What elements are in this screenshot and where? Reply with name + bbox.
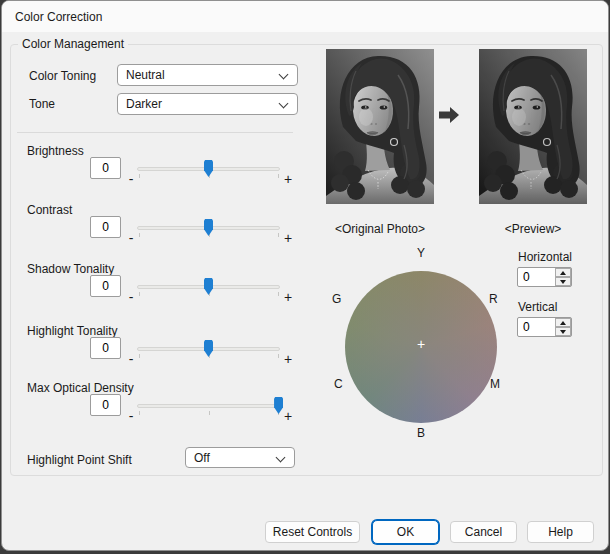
max-optical-density-value-input[interactable] [90, 394, 121, 416]
vertical-spin-down-button[interactable] [555, 327, 571, 336]
plus-label: + [282, 352, 294, 366]
slider-tick [278, 174, 279, 178]
slider-tick [139, 292, 140, 296]
highlight-point-shift-select[interactable]: Off [185, 447, 295, 468]
wheel-label-yellow: Y [415, 246, 427, 260]
horizontal-label: Horizontal [518, 250, 572, 264]
separator [17, 132, 293, 133]
max-optical-density-slider[interactable] [137, 395, 280, 417]
preview-caption: <Preview> [479, 222, 587, 236]
contrast-label: Contrast [27, 203, 72, 217]
window-title: Color Correction [15, 10, 102, 24]
highlight-tonality-label: Highlight Tonality [27, 324, 118, 338]
slider-track[interactable] [137, 404, 280, 408]
reset-controls-button[interactable]: Reset Controls [265, 521, 360, 543]
down-arrow-icon [560, 280, 566, 284]
slider-tick [278, 233, 279, 237]
contrast-value-input[interactable] [90, 216, 121, 238]
arrow-right-icon [439, 106, 459, 124]
slider-tick [139, 174, 140, 178]
help-button[interactable]: Help [527, 521, 594, 543]
highlight-tonality-value-input[interactable] [90, 337, 121, 359]
wheel-label-red: R [489, 292, 498, 306]
tone-value: Darker [126, 97, 162, 111]
chevron-down-icon [279, 99, 289, 109]
minus-label: - [126, 409, 136, 423]
shadow-tonality-row: Shadow Tonality - + [27, 262, 307, 318]
up-arrow-icon [560, 321, 566, 325]
shadow-tonality-label: Shadow Tonality [27, 262, 114, 276]
horizontal-spinner [517, 267, 572, 287]
down-arrow-icon [560, 330, 566, 334]
contrast-slider[interactable] [137, 217, 280, 239]
minus-label: - [126, 290, 136, 304]
plus-label: + [282, 172, 294, 186]
wheel-label-magenta: M [490, 377, 500, 391]
brightness-slider[interactable] [137, 158, 280, 180]
slider-tick [209, 411, 210, 415]
vertical-label: Vertical [518, 300, 557, 314]
color-correction-dialog: Color Correction Color Management Color … [1, 0, 609, 551]
horizontal-spin-up-button[interactable] [555, 268, 571, 277]
ok-button[interactable]: OK [372, 520, 439, 544]
vertical-value-input[interactable] [518, 318, 555, 336]
plus-label: + [282, 409, 294, 423]
wheel-center-marker: + [414, 337, 428, 351]
brightness-label: Brightness [27, 144, 84, 158]
brightness-value-input[interactable] [90, 157, 121, 179]
up-arrow-icon [560, 271, 566, 275]
chevron-down-icon [276, 453, 286, 463]
horizontal-value-input[interactable] [518, 268, 555, 286]
original-photo-caption: <Original Photo> [326, 222, 434, 236]
highlight-point-shift-value: Off [194, 451, 210, 465]
vertical-spin-up-button[interactable] [555, 318, 571, 327]
highlight-tonality-slider[interactable] [137, 338, 280, 360]
slider-tick [278, 354, 279, 358]
tone-select[interactable]: Darker [117, 93, 298, 115]
slider-thumb[interactable] [204, 160, 213, 177]
highlight-tonality-row: Highlight Tonality - + [27, 324, 307, 380]
contrast-row: Contrast - + [27, 203, 307, 259]
brightness-row: Brightness - + [27, 144, 307, 200]
plus-label: + [282, 231, 294, 245]
minus-label: - [126, 172, 136, 186]
color-toning-value: Neutral [126, 68, 165, 82]
color-toning-select[interactable]: Neutral [117, 64, 298, 86]
cancel-button[interactable]: Cancel [450, 521, 517, 543]
slider-tick [139, 354, 140, 358]
wheel-label-green: G [332, 292, 341, 306]
chevron-down-icon [279, 70, 289, 80]
horizontal-spin-down-button[interactable] [555, 277, 571, 286]
minus-label: - [126, 231, 136, 245]
shadow-tonality-slider[interactable] [137, 276, 280, 298]
highlight-point-shift-label: Highlight Point Shift [27, 453, 132, 467]
color-toning-label: Color Toning [29, 69, 96, 83]
slider-tick [278, 292, 279, 296]
original-photo [326, 49, 434, 204]
slider-thumb[interactable] [204, 219, 213, 236]
preview-photo [479, 49, 587, 204]
wheel-label-cyan: C [334, 377, 343, 391]
plus-label: + [282, 290, 294, 304]
slider-thumb[interactable] [204, 340, 213, 357]
max-optical-density-label: Max Optical Density [27, 381, 134, 395]
wheel-label-blue: B [415, 426, 427, 440]
slider-thumb[interactable] [204, 278, 213, 295]
group-title: Color Management [18, 37, 128, 51]
titlebar: Color Correction [2, 1, 608, 32]
minus-label: - [126, 352, 136, 366]
slider-tick [139, 233, 140, 237]
tone-label: Tone [29, 97, 55, 111]
vertical-spinner [517, 317, 572, 337]
max-optical-density-row: Max Optical Density - + [27, 381, 307, 437]
shadow-tonality-value-input[interactable] [90, 275, 121, 297]
slider-tick [139, 411, 140, 415]
